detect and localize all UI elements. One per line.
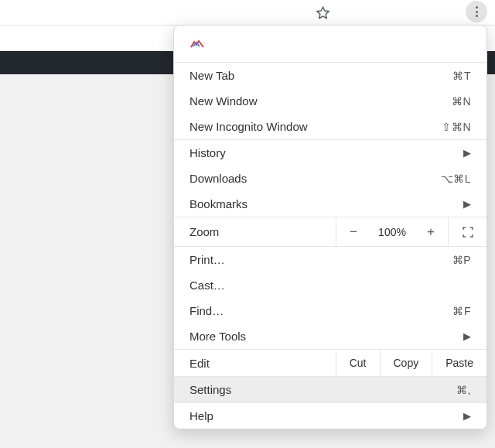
menu-item-print[interactable]: Print… ⌘P — [174, 247, 486, 272]
menu-item-label: Downloads — [189, 172, 441, 185]
shortcut-text: ⌘F — [452, 305, 471, 317]
menu-header — [174, 26, 486, 63]
chevron-right-icon: ▶ — [463, 198, 471, 210]
chevron-right-icon: ▶ — [463, 330, 471, 342]
menu-item-new-window[interactable]: New Window ⌘N — [174, 88, 486, 114]
menu-item-new-tab[interactable]: New Tab ⌘T — [174, 63, 486, 88]
shortcut-text: ⌘T — [452, 70, 471, 82]
bookmark-star-icon[interactable] — [314, 4, 331, 21]
menu-item-find[interactable]: Find… ⌘F — [174, 298, 486, 323]
shortcut-text: ⇧⌘N — [442, 121, 471, 133]
menu-item-label: History — [189, 146, 460, 159]
menu-item-bookmarks[interactable]: Bookmarks ▶ — [174, 191, 486, 217]
menu-item-label: Cast… — [189, 279, 471, 292]
menu-item-downloads[interactable]: Downloads ⌥⌘L — [174, 166, 486, 191]
menu-item-label: Print… — [189, 253, 452, 266]
menu-item-more-tools[interactable]: More Tools ▶ — [174, 323, 486, 349]
menu-item-zoom: Zoom − 100% + — [174, 217, 486, 246]
menu-item-settings[interactable]: Settings ⌘, — [174, 377, 486, 402]
edit-label: Edit — [174, 350, 336, 376]
chevron-right-icon: ▶ — [463, 410, 471, 422]
menu-item-new-incognito[interactable]: New Incognito Window ⇧⌘N — [174, 114, 486, 139]
shortcut-text: ⌥⌘L — [441, 173, 471, 185]
svg-marker-0 — [316, 6, 329, 18]
zoom-out-button[interactable]: − — [336, 224, 370, 240]
chrome-menu: New Tab ⌘T New Window ⌘N New Incognito W… — [173, 25, 487, 429]
menu-item-edit: Edit Cut Copy Paste — [174, 350, 486, 377]
menu-item-history[interactable]: History ▶ — [174, 140, 486, 166]
shortcut-text: ⌘N — [452, 95, 471, 108]
menu-item-cast[interactable]: Cast… — [174, 272, 486, 298]
menu-button[interactable] — [466, 1, 487, 22]
zoom-value: 100% — [370, 226, 414, 238]
menu-item-label: New Incognito Window — [189, 120, 442, 133]
zoom-label: Zoom — [174, 217, 336, 246]
menu-item-label: Bookmarks — [189, 197, 460, 210]
zoom-in-button[interactable]: + — [414, 224, 448, 240]
shortcut-text: ⌘, — [456, 384, 471, 396]
copy-button[interactable]: Copy — [380, 350, 432, 376]
profile-logo-icon — [189, 39, 205, 50]
cut-button[interactable]: Cut — [336, 350, 380, 376]
paste-button[interactable]: Paste — [432, 350, 486, 376]
menu-item-label: Settings — [189, 383, 456, 396]
menu-item-label: Help — [189, 409, 460, 422]
browser-toolbar — [0, 0, 495, 26]
shortcut-text: ⌘P — [452, 254, 471, 266]
menu-item-label: New Tab — [189, 69, 452, 82]
menu-item-label: More Tools — [189, 330, 460, 343]
menu-item-label: New Window — [189, 94, 452, 108]
menu-item-help[interactable]: Help ▶ — [174, 403, 486, 429]
menu-item-label: Find… — [189, 304, 452, 317]
fullscreen-button[interactable] — [448, 217, 486, 246]
chevron-right-icon: ▶ — [463, 147, 471, 159]
